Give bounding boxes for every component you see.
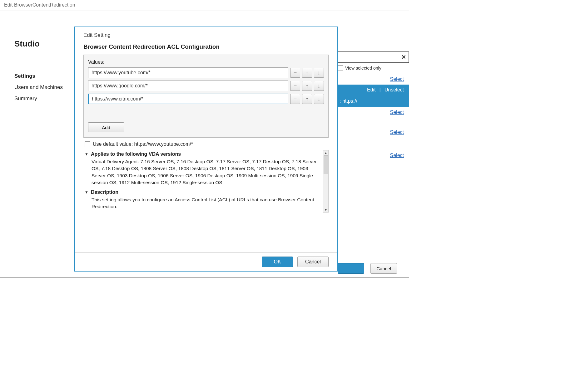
bg-cancel-button[interactable]: Cancel (370, 263, 397, 274)
triangle-down-icon: ▼ (85, 152, 88, 156)
desc-section-title: Description (91, 189, 118, 195)
move-down-button: ↓ (314, 94, 324, 104)
sidebar: Studio Settings Users and Machines Summa… (14, 39, 77, 104)
info-scrollbar[interactable]: ▲ ▼ (323, 150, 329, 213)
move-up-button: ↑ (302, 68, 312, 78)
nav-users-machines[interactable]: Users and Machines (14, 82, 77, 93)
remove-value-button[interactable]: − (290, 81, 300, 91)
studio-logo: Studio (14, 39, 77, 49)
use-default-checkbox[interactable] (85, 141, 90, 147)
bg-select-link-1[interactable]: Select (390, 76, 404, 82)
move-down-button[interactable]: ↓ (314, 81, 324, 91)
values-panel: Values: −↑↓−↑↓−↑↓ Add (83, 55, 329, 138)
close-icon[interactable]: ✕ (401, 54, 406, 61)
use-default-row: Use default value: https://www.youtube.c… (83, 138, 329, 150)
value-url-input[interactable] (88, 67, 288, 78)
move-up-button[interactable]: ↑ (302, 81, 312, 91)
vda-section-body: Virtual Delivery Agent: 7.16 Server OS, … (85, 157, 320, 186)
modal-footer: OK Cancel (75, 252, 337, 271)
value-row: −↑↓ (88, 94, 324, 104)
edit-setting-modal: Edit Setting Browser Content Redirection… (74, 27, 338, 272)
nav-summary[interactable]: Summary (14, 93, 77, 104)
cancel-button[interactable]: Cancel (297, 257, 329, 267)
info-panel: ▼ Applies to the following VDA versions … (83, 150, 329, 213)
bg-select-link-2[interactable]: Select (390, 110, 404, 115)
vda-section: ▼ Applies to the following VDA versions … (85, 151, 320, 186)
bg-bottom-buttons: Cancel (338, 263, 397, 274)
scroll-up-icon[interactable]: ▲ (324, 151, 328, 155)
studio-window: Edit BrowserContentRedirection Studio Se… (0, 0, 409, 278)
bg-select-link-4[interactable]: Select (390, 153, 404, 158)
bg-edit-link[interactable]: Edit (367, 87, 376, 93)
view-selected-only-checkbox[interactable] (338, 65, 343, 71)
scroll-thumb[interactable] (324, 155, 328, 174)
use-default-label: Use default value: https://www.youtube.c… (93, 141, 193, 147)
remove-value-button[interactable]: − (290, 68, 300, 78)
view-selected-only-label: View selected only (345, 66, 381, 71)
move-up-button[interactable]: ↑ (302, 94, 312, 104)
desc-section: ▼ Description This setting allows you to… (85, 189, 320, 210)
value-row: −↑↓ (88, 81, 324, 91)
vda-section-header[interactable]: ▼ Applies to the following VDA versions (85, 151, 320, 157)
values-label: Values: (88, 59, 324, 65)
window-title: Edit BrowserContentRedirection (0, 0, 409, 11)
remove-value-button[interactable]: − (290, 94, 300, 104)
value-url-input[interactable] (88, 94, 288, 104)
ok-button[interactable]: OK (262, 257, 293, 267)
bg-primary-button[interactable] (338, 263, 364, 274)
desc-section-header[interactable]: ▼ Description (85, 189, 320, 195)
triangle-down-icon: ▼ (85, 190, 88, 194)
value-url-input[interactable] (88, 81, 288, 91)
modal-title: Edit Setting (75, 27, 337, 41)
scroll-down-icon[interactable]: ▼ (324, 208, 328, 212)
bg-select-link-3[interactable]: Select (390, 130, 404, 135)
desc-section-body: This setting allows you to configure an … (85, 195, 320, 210)
view-selected-only-row: View selected only (337, 65, 409, 71)
move-down-button[interactable]: ↓ (314, 68, 324, 78)
value-row: −↑↓ (88, 67, 324, 78)
add-button[interactable]: Add (88, 122, 124, 132)
bg-search-box[interactable]: ✕ (337, 51, 409, 63)
bg-https-text: : https:// (337, 95, 409, 107)
background-right-panel: ✕ View selected only Select Edit | Unsel… (337, 51, 409, 161)
bg-unselect-link[interactable]: Unselect (385, 87, 404, 93)
vda-section-title: Applies to the following VDA versions (91, 151, 181, 157)
modal-heading: Browser Content Redirection ACL Configur… (75, 41, 337, 55)
nav-settings[interactable]: Settings (14, 71, 77, 82)
